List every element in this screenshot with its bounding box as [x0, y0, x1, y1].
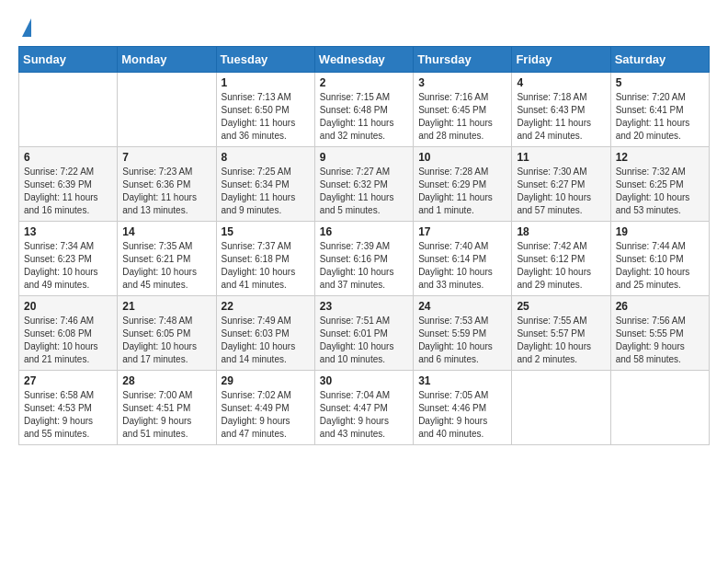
day-info: Sunrise: 7:46 AM Sunset: 6:08 PM Dayligh…	[24, 315, 112, 366]
day-info: Sunrise: 7:25 AM Sunset: 6:34 PM Dayligh…	[222, 166, 310, 217]
calendar-cell: 12Sunrise: 7:32 AM Sunset: 6:25 PM Dayli…	[610, 147, 709, 222]
calendar-week-1: 1Sunrise: 7:13 AM Sunset: 6:50 PM Daylig…	[19, 73, 710, 147]
day-number: 14	[122, 225, 210, 238]
day-info: Sunrise: 7:44 AM Sunset: 6:10 PM Dayligh…	[616, 240, 704, 292]
calendar-cell: 28Sunrise: 7:00 AM Sunset: 4:51 PM Dayli…	[118, 371, 216, 445]
day-number: 23	[320, 300, 408, 313]
day-number: 26	[616, 300, 704, 313]
day-info: Sunrise: 7:15 AM Sunset: 6:48 PM Dayligh…	[320, 91, 408, 143]
weekday-header-saturday: Saturday	[610, 47, 709, 73]
day-number: 24	[418, 300, 506, 313]
calendar-cell: 26Sunrise: 7:56 AM Sunset: 5:55 PM Dayli…	[610, 296, 709, 371]
day-info: Sunrise: 7:28 AM Sunset: 6:29 PM Dayligh…	[418, 166, 506, 217]
day-number: 11	[517, 151, 605, 164]
day-info: Sunrise: 7:30 AM Sunset: 6:27 PM Dayligh…	[517, 166, 605, 217]
day-number: 30	[320, 374, 408, 387]
day-number: 1	[222, 76, 310, 89]
day-number: 3	[418, 76, 506, 89]
day-info: Sunrise: 7:20 AM Sunset: 6:41 PM Dayligh…	[616, 91, 704, 143]
day-number: 12	[616, 151, 704, 164]
weekday-header-wednesday: Wednesday	[314, 47, 413, 73]
day-info: Sunrise: 7:18 AM Sunset: 6:43 PM Dayligh…	[517, 91, 605, 143]
day-number: 6	[24, 151, 112, 164]
day-info: Sunrise: 7:34 AM Sunset: 6:23 PM Dayligh…	[24, 240, 112, 292]
calendar-table: SundayMondayTuesdayWednesdayThursdayFrid…	[18, 46, 710, 445]
calendar-cell: 14Sunrise: 7:35 AM Sunset: 6:21 PM Dayli…	[118, 222, 216, 296]
day-number: 22	[222, 300, 310, 313]
weekday-header-thursday: Thursday	[414, 47, 512, 73]
day-info: Sunrise: 7:48 AM Sunset: 6:05 PM Dayligh…	[122, 315, 210, 366]
calendar-cell: 29Sunrise: 7:02 AM Sunset: 4:49 PM Dayli…	[216, 371, 314, 445]
day-info: Sunrise: 7:37 AM Sunset: 6:18 PM Dayligh…	[222, 240, 310, 292]
day-number: 16	[320, 225, 408, 238]
calendar-cell	[19, 73, 118, 147]
day-info: Sunrise: 7:53 AM Sunset: 5:59 PM Dayligh…	[418, 315, 506, 366]
day-info: Sunrise: 7:56 AM Sunset: 5:55 PM Dayligh…	[616, 315, 704, 366]
calendar-cell: 16Sunrise: 7:39 AM Sunset: 6:16 PM Dayli…	[314, 222, 413, 296]
calendar-week-3: 13Sunrise: 7:34 AM Sunset: 6:23 PM Dayli…	[19, 222, 710, 296]
calendar-cell: 24Sunrise: 7:53 AM Sunset: 5:59 PM Dayli…	[414, 296, 512, 371]
day-number: 27	[24, 374, 112, 387]
calendar-cell	[118, 73, 216, 147]
day-info: Sunrise: 7:39 AM Sunset: 6:16 PM Dayligh…	[320, 240, 408, 292]
day-number: 8	[222, 151, 310, 164]
day-number: 18	[517, 225, 605, 238]
calendar-cell: 7Sunrise: 7:23 AM Sunset: 6:36 PM Daylig…	[118, 147, 216, 222]
weekday-header-monday: Monday	[118, 47, 216, 73]
calendar-cell: 27Sunrise: 6:58 AM Sunset: 4:53 PM Dayli…	[19, 371, 118, 445]
logo-triangle-icon	[22, 18, 31, 37]
calendar-cell: 11Sunrise: 7:30 AM Sunset: 6:27 PM Dayli…	[512, 147, 610, 222]
weekday-header-row: SundayMondayTuesdayWednesdayThursdayFrid…	[19, 47, 710, 73]
day-info: Sunrise: 7:42 AM Sunset: 6:12 PM Dayligh…	[517, 240, 605, 292]
day-info: Sunrise: 7:49 AM Sunset: 6:03 PM Dayligh…	[222, 315, 310, 366]
day-number: 29	[222, 374, 310, 387]
day-number: 31	[418, 374, 506, 387]
calendar-cell: 23Sunrise: 7:51 AM Sunset: 6:01 PM Dayli…	[314, 296, 413, 371]
weekday-header-friday: Friday	[512, 47, 610, 73]
calendar-cell: 18Sunrise: 7:42 AM Sunset: 6:12 PM Dayli…	[512, 222, 610, 296]
logo	[18, 15, 31, 37]
calendar-cell: 25Sunrise: 7:55 AM Sunset: 5:57 PM Dayli…	[512, 296, 610, 371]
calendar-cell: 17Sunrise: 7:40 AM Sunset: 6:14 PM Dayli…	[414, 222, 512, 296]
day-number: 13	[24, 225, 112, 238]
calendar-cell	[512, 371, 610, 445]
calendar-cell: 4Sunrise: 7:18 AM Sunset: 6:43 PM Daylig…	[512, 73, 610, 147]
calendar-cell: 20Sunrise: 7:46 AM Sunset: 6:08 PM Dayli…	[19, 296, 118, 371]
day-number: 21	[122, 300, 210, 313]
calendar-cell: 3Sunrise: 7:16 AM Sunset: 6:45 PM Daylig…	[414, 73, 512, 147]
calendar-cell: 31Sunrise: 7:05 AM Sunset: 4:46 PM Dayli…	[414, 371, 512, 445]
day-info: Sunrise: 7:23 AM Sunset: 6:36 PM Dayligh…	[122, 166, 210, 217]
calendar-week-4: 20Sunrise: 7:46 AM Sunset: 6:08 PM Dayli…	[19, 296, 710, 371]
calendar-cell: 2Sunrise: 7:15 AM Sunset: 6:48 PM Daylig…	[314, 73, 413, 147]
day-info: Sunrise: 7:13 AM Sunset: 6:50 PM Dayligh…	[222, 91, 310, 143]
calendar-week-5: 27Sunrise: 6:58 AM Sunset: 4:53 PM Dayli…	[19, 371, 710, 445]
day-number: 4	[517, 76, 605, 89]
calendar-cell: 8Sunrise: 7:25 AM Sunset: 6:34 PM Daylig…	[216, 147, 314, 222]
day-info: Sunrise: 7:32 AM Sunset: 6:25 PM Dayligh…	[616, 166, 704, 217]
day-info: Sunrise: 7:04 AM Sunset: 4:47 PM Dayligh…	[320, 389, 408, 441]
day-number: 5	[616, 76, 704, 89]
calendar-cell: 9Sunrise: 7:27 AM Sunset: 6:32 PM Daylig…	[314, 147, 413, 222]
calendar-week-2: 6Sunrise: 7:22 AM Sunset: 6:39 PM Daylig…	[19, 147, 710, 222]
calendar-cell: 22Sunrise: 7:49 AM Sunset: 6:03 PM Dayli…	[216, 296, 314, 371]
day-info: Sunrise: 7:00 AM Sunset: 4:51 PM Dayligh…	[122, 389, 210, 441]
calendar-cell	[610, 371, 709, 445]
day-number: 25	[517, 300, 605, 313]
day-info: Sunrise: 7:40 AM Sunset: 6:14 PM Dayligh…	[418, 240, 506, 292]
day-number: 17	[418, 225, 506, 238]
weekday-header-tuesday: Tuesday	[216, 47, 314, 73]
calendar-cell: 19Sunrise: 7:44 AM Sunset: 6:10 PM Dayli…	[610, 222, 709, 296]
day-info: Sunrise: 7:51 AM Sunset: 6:01 PM Dayligh…	[320, 315, 408, 366]
day-number: 2	[320, 76, 408, 89]
day-number: 9	[320, 151, 408, 164]
day-info: Sunrise: 6:58 AM Sunset: 4:53 PM Dayligh…	[24, 389, 112, 441]
calendar-cell: 30Sunrise: 7:04 AM Sunset: 4:47 PM Dayli…	[314, 371, 413, 445]
day-number: 19	[616, 225, 704, 238]
day-number: 7	[122, 151, 210, 164]
day-info: Sunrise: 7:27 AM Sunset: 6:32 PM Dayligh…	[320, 166, 408, 217]
day-number: 10	[418, 151, 506, 164]
weekday-header-sunday: Sunday	[19, 47, 118, 73]
calendar-cell: 15Sunrise: 7:37 AM Sunset: 6:18 PM Dayli…	[216, 222, 314, 296]
header	[18, 15, 710, 37]
day-info: Sunrise: 7:16 AM Sunset: 6:45 PM Dayligh…	[418, 91, 506, 143]
